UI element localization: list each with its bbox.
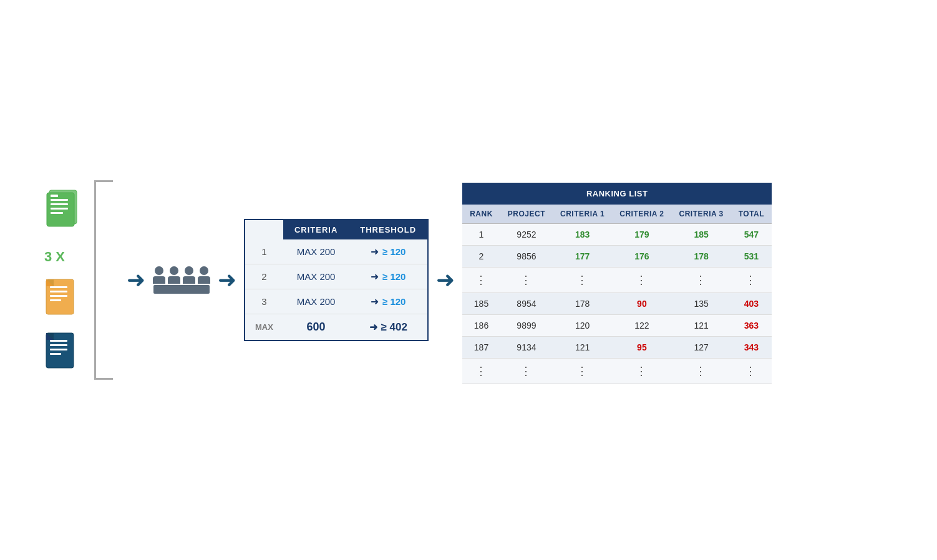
ranking-row-0-col-2: 183: [553, 223, 612, 245]
doc-yellow: [44, 278, 75, 319]
ranking-row-2-col-0: ⋮: [462, 267, 500, 292]
person-4: [198, 266, 210, 284]
ranking-row-0-col-3: 179: [612, 223, 671, 245]
arrow-2: ➜: [218, 269, 236, 291]
ranking-row-0-col-5: 547: [731, 223, 772, 245]
panel-table-desk: [153, 285, 210, 294]
ranking-row-1-col-4: 178: [672, 245, 731, 267]
ranking-row-6-col-2: ⋮: [553, 358, 612, 384]
ranking-row-1-col-1: 9856: [500, 245, 553, 267]
ranking-row-0-col-4: 185: [672, 223, 731, 245]
ranking-row-3-col-5: 403: [731, 292, 772, 314]
ranking-col-2: CRITERIA 1: [553, 205, 612, 224]
ranking-row-5-col-4: 127: [672, 336, 731, 358]
ranking-row-1-col-0: 2: [462, 245, 500, 267]
documents-section: 3 X: [44, 188, 82, 372]
svg-rect-10: [50, 295, 67, 297]
ranking-row-0-col-0: 1: [462, 223, 500, 245]
ranking-row-2-col-2: ⋮: [553, 267, 612, 292]
ranking-row-4-col-4: 121: [672, 314, 731, 336]
svg-rect-17: [50, 349, 67, 350]
ranking-col-0: RANK: [462, 205, 500, 224]
ranking-row-6-col-3: ⋮: [612, 358, 671, 384]
ranking-row-2-col-4: ⋮: [672, 267, 731, 292]
ranking-row-5-col-2: 121: [553, 336, 612, 358]
ranking-row-3-col-1: 8954: [500, 292, 553, 314]
ranking-row-1-col-2: 177: [553, 245, 612, 267]
criteria-row-3-num: MAX: [245, 314, 283, 341]
ranking-row-5-col-0: 187: [462, 336, 500, 358]
svg-rect-6: [51, 195, 58, 197]
svg-rect-9: [50, 291, 67, 292]
criteria-row-1-num: 2: [245, 264, 283, 289]
bracket: [94, 180, 113, 380]
svg-rect-16: [50, 344, 67, 346]
ranking-row-0-col-1: 9252: [500, 223, 553, 245]
svg-rect-8: [50, 286, 67, 288]
person-1: [153, 266, 165, 284]
ranking-row-6-col-1: ⋮: [500, 358, 553, 384]
ranking-row-4-col-3: 122: [612, 314, 671, 336]
criteria-row-0-value: MAX 200: [283, 239, 349, 264]
ranking-row-5-col-3: 95: [612, 336, 671, 358]
person-2: [168, 266, 180, 284]
ranking-row-5-col-5: 343: [731, 336, 772, 358]
panel-icon: [153, 266, 210, 294]
ranking-row-4-col-5: 363: [731, 314, 772, 336]
ranking-row-1-col-5: 531: [731, 245, 772, 267]
criteria-row-1-value: MAX 200: [283, 264, 349, 289]
criteria-col-header: CRITERIA: [283, 220, 349, 239]
doc-blue: [44, 331, 75, 372]
arrow-1: ➜: [127, 269, 145, 291]
ranking-col-5: TOTAL: [731, 205, 772, 224]
svg-rect-2: [51, 199, 68, 201]
criteria-row-3-value: 600: [283, 314, 349, 341]
svg-rect-11: [50, 299, 61, 301]
criteria-row-2-num: 3: [245, 289, 283, 314]
svg-rect-5: [51, 212, 63, 214]
threshold-col-header: THRESHOLD: [349, 220, 428, 239]
panel-section: [153, 266, 210, 294]
ranking-row-4-col-0: 186: [462, 314, 500, 336]
arrow-3: ➜: [436, 269, 455, 291]
ranking-row-6-col-4: ⋮: [672, 358, 731, 384]
person-3: [183, 266, 195, 284]
svg-rect-18: [50, 353, 61, 355]
criteria-section: CRITERIA THRESHOLD 1MAX 200➜≥ 1202MAX 20…: [244, 219, 429, 341]
criteria-row-3-threshold: ➜≥ 402: [349, 314, 428, 341]
ranking-row-3-col-0: 185: [462, 292, 500, 314]
ranking-row-3-col-3: 90: [612, 292, 671, 314]
criteria-row-1-threshold: ➜≥ 120: [349, 264, 428, 289]
ranking-row-3-col-2: 178: [553, 292, 612, 314]
ranking-row-6-col-0: ⋮: [462, 358, 500, 384]
svg-rect-15: [50, 340, 67, 342]
doc-count: 3 X: [44, 249, 65, 265]
ranking-row-3-col-4: 135: [672, 292, 731, 314]
criteria-row-0-num: 1: [245, 239, 283, 264]
criteria-threshold-table: CRITERIA THRESHOLD 1MAX 200➜≥ 1202MAX 20…: [244, 219, 429, 341]
criteria-row-2-value: MAX 200: [283, 289, 349, 314]
ranking-section: RANKING LIST RANKPROJECTCRITERIA 1CRITER…: [462, 183, 772, 384]
ranking-row-2-col-3: ⋮: [612, 267, 671, 292]
ranking-row-6-col-5: ⋮: [731, 358, 772, 384]
svg-rect-4: [51, 208, 68, 210]
ranking-row-4-col-2: 120: [553, 314, 612, 336]
ranking-col-4: CRITERIA 3: [672, 205, 731, 224]
ranking-row-2-col-5: ⋮: [731, 267, 772, 292]
ranking-row-5-col-1: 9134: [500, 336, 553, 358]
criteria-row-2-threshold: ➜≥ 120: [349, 289, 428, 314]
ranking-row-1-col-3: 176: [612, 245, 671, 267]
ranking-col-1: PROJECT: [500, 205, 553, 224]
ranking-row-4-col-1: 9899: [500, 314, 553, 336]
ranking-col-3: CRITERIA 2: [612, 205, 671, 224]
criteria-row-0-threshold: ➜≥ 120: [349, 239, 428, 264]
ranking-table: RANKING LIST RANKPROJECTCRITERIA 1CRITER…: [462, 183, 772, 384]
ranking-row-2-col-1: ⋮: [500, 267, 553, 292]
svg-rect-3: [51, 203, 68, 205]
doc-green: [44, 188, 82, 234]
ranking-title: RANKING LIST: [462, 183, 772, 205]
